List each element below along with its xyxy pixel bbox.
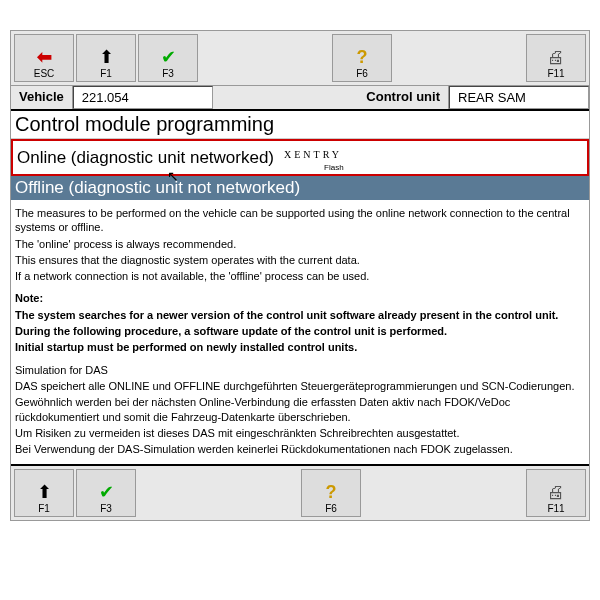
top-toolbar: ⬅ ESC ⬆ F1 ✔ F3 ? F6 🖨 F11 [11,31,589,86]
info-spacer [213,86,359,109]
f11-button-top[interactable]: 🖨 F11 [526,34,586,82]
toolbar-spacer [199,33,331,83]
para-4: If a network connection is not available… [15,269,585,283]
f1-button-top[interactable]: ⬆ F1 [76,34,136,82]
help-icon: ? [357,48,368,66]
f6-button-top[interactable]: ? F6 [332,34,392,82]
note-label: Note: [15,291,585,305]
f3-button-bottom[interactable]: ✔ F3 [76,469,136,517]
check-icon: ✔ [161,48,176,66]
app-window: ⬅ ESC ⬆ F1 ✔ F3 ? F6 🖨 F11 Vehicle 221.0… [10,30,590,521]
para-2: The 'online' process is always recommend… [15,237,585,251]
f11-label-b: F11 [547,503,564,514]
f3-button-top[interactable]: ✔ F3 [138,34,198,82]
toolbar-spacer-b2 [362,468,525,518]
page-title: Control module programming [11,111,589,139]
bottom-toolbar: ⬆ F1 ✔ F3 ? F6 🖨 F11 [11,464,589,520]
sim-1: DAS speichert alle ONLINE und OFFLINE du… [15,379,585,393]
option-offline[interactable]: ↖ Offline (diagnostic unit not networked… [11,176,589,200]
arrow-up-icon: ⬆ [37,483,52,501]
f1-button-bottom[interactable]: ⬆ F1 [14,469,74,517]
info-row: Vehicle 221.054 Control unit REAR SAM [11,86,589,111]
f6-button-bottom[interactable]: ? F6 [301,469,361,517]
option-offline-label: Offline (diagnostic unit not networked) [15,178,300,197]
para-1: The measures to be performed on the vehi… [15,206,585,235]
para-3: This ensures that the diagnostic system … [15,253,585,267]
note-1: The system searches for a newer version … [15,308,585,322]
vehicle-value: 221.054 [73,86,213,109]
sim-2: Gewöhnlich werden bei der nächsten Onlin… [15,395,585,424]
f11-label: F11 [547,68,564,79]
check-icon: ✔ [99,483,114,501]
sim-3: Um Risiken zu vermeiden ist dieses DAS m… [15,426,585,440]
f3-label: F3 [162,68,174,79]
option-online[interactable]: Online (diagnostic unit networked) XENTR… [11,139,589,176]
printer-icon: 🖨 [547,48,565,66]
body-text: The measures to be performed on the vehi… [11,200,589,464]
f1-label: F1 [100,68,112,79]
option-online-label: Online (diagnostic unit networked) [17,148,274,168]
f6-label-b: F6 [325,503,337,514]
f3-label-b: F3 [100,503,112,514]
esc-button[interactable]: ⬅ ESC [14,34,74,82]
sim-label: Simulation for DAS [15,363,585,377]
simulation-section: Simulation for DAS DAS speichert alle ON… [15,363,585,457]
note-section: Note: The system searches for a newer ve… [15,291,585,354]
f1-label-b: F1 [38,503,50,514]
xentry-logo: XENTRY Flash [274,143,344,172]
toolbar-spacer-b [137,468,300,518]
xentry-sub: Flash [324,163,344,172]
vehicle-label: Vehicle [11,86,73,109]
arrow-up-icon: ⬆ [99,48,114,66]
exit-icon: ⬅ [37,48,52,66]
f6-label: F6 [356,68,368,79]
control-unit-label: Control unit [358,86,449,109]
esc-label: ESC [34,68,55,79]
f11-button-bottom[interactable]: 🖨 F11 [526,469,586,517]
toolbar-spacer2 [393,33,525,83]
printer-icon: 🖨 [547,483,565,501]
note-3: Initial startup must be performed on new… [15,340,585,354]
content-area: Control module programming Online (diagn… [11,111,589,464]
help-icon: ? [326,483,337,501]
cursor-icon: ↖ [167,168,179,184]
note-2: During the following procedure, a softwa… [15,324,585,338]
xentry-text: XENTRY [284,149,342,160]
sim-4: Bei Verwendung der DAS-Simulation werden… [15,442,585,456]
control-unit-value: REAR SAM [449,86,589,109]
